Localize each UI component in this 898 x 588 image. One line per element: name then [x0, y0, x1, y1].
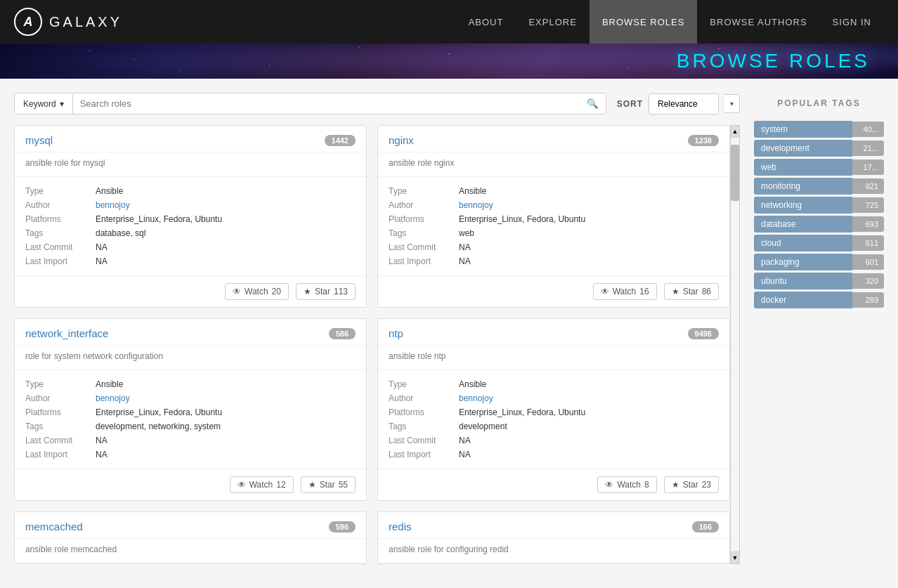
role-desc-nginx: ansible role nginx [378, 152, 729, 177]
value-type-mysql: Ansible [96, 186, 123, 196]
roles-grid: mysql 1442 ansible role for mysql Type A… [14, 125, 730, 564]
role-card-redis: redis 166 ansible role for configuring r… [377, 511, 730, 564]
detail-row: Last Import NA [25, 254, 356, 268]
watch-button-nginx[interactable]: 👁 Watch 16 [593, 283, 657, 300]
tag-item-networking[interactable]: networking 725 [754, 197, 884, 214]
value-commit-ni: NA [96, 436, 108, 445]
role-score-ntp: 9496 [688, 328, 719, 339]
star-icon: ★ [304, 287, 311, 296]
scroll-up-button[interactable]: ▲ [731, 126, 739, 138]
sort-wrapper: SORT RelevanceNameDownloadsStarsForks ▾ [617, 93, 740, 115]
detail-row: Type Ansible [25, 184, 356, 198]
label-type: Type [389, 186, 459, 196]
tag-item-packaging[interactable]: packaging 601 [754, 254, 884, 270]
watch-button-network-interface[interactable]: 👁 Watch 12 [230, 476, 294, 493]
role-card-nginx: nginx 1238 ansible role nginx Type Ansib… [377, 125, 730, 308]
tag-item-ubuntu[interactable]: ubuntu 320 [754, 273, 884, 289]
tag-item-database[interactable]: database 693 [754, 216, 884, 233]
value-import-nginx: NA [459, 256, 471, 266]
value-author-mysql[interactable]: bennojoy [96, 200, 130, 210]
nav-browse-roles[interactable]: BROWSE ROLES [590, 0, 697, 44]
star-button-ntp[interactable]: ★ Star 23 [664, 476, 719, 493]
tag-label-monitoring: monitoring [754, 178, 852, 195]
keyword-dropdown[interactable]: Keyword ▾ [15, 94, 73, 114]
value-author-ni[interactable]: bennojoy [96, 393, 130, 403]
tag-item-development[interactable]: development 21... [754, 140, 884, 157]
search-input[interactable] [73, 93, 580, 114]
watch-label: Watch [249, 480, 273, 490]
sidebar-title: POPULAR TAGS [754, 93, 884, 114]
nav-about[interactable]: ABOUT [456, 0, 516, 44]
role-card-mysql: mysql 1442 ansible role for mysql Type A… [14, 125, 367, 308]
nav-sign-in[interactable]: SIGN IN [820, 0, 884, 44]
detail-row: Last Import NA [389, 254, 719, 268]
hero-title: BROWSE ROLES [677, 50, 870, 72]
watch-button-mysql[interactable]: 👁 Watch 20 [225, 283, 289, 300]
role-details-nginx: Type Ansible Author bennojoy Platforms E… [378, 177, 729, 275]
tag-item-monitoring[interactable]: monitoring 821 [754, 178, 884, 195]
sort-arrow-button[interactable]: ▾ [724, 94, 740, 113]
detail-row: Last Import NA [389, 447, 719, 462]
nav-explore[interactable]: EXPLORE [516, 0, 589, 44]
sort-label: SORT [617, 99, 643, 109]
value-author-ntp[interactable]: bennojoy [459, 393, 493, 403]
tag-label-ubuntu: ubuntu [754, 273, 852, 289]
value-tags-ni: development, networking, system [96, 422, 221, 431]
value-type-nginx: Ansible [459, 186, 486, 196]
tag-item-docker[interactable]: docker 289 [754, 292, 884, 308]
roles-column-right: nginx 1238 ansible role nginx Type Ansib… [377, 125, 730, 564]
role-name-mysql[interactable]: mysql [25, 134, 53, 146]
star-count-mysql: 113 [334, 287, 348, 296]
scroll-down-button[interactable]: ▼ [731, 551, 739, 563]
tag-count-web: 17... [852, 159, 884, 175]
tag-label-database: database [754, 216, 852, 233]
value-tags-ntp: development [459, 422, 507, 431]
tag-label-system: system [754, 121, 852, 138]
detail-row: Platforms Enterprise_Linux, Fedora, Ubun… [25, 212, 356, 226]
label-last-commit: Last Commit [389, 436, 459, 445]
detail-row: Last Import NA [25, 447, 356, 462]
role-name-redis[interactable]: redis [389, 521, 412, 533]
eye-icon: 👁 [233, 287, 241, 296]
value-author-nginx[interactable]: bennojoy [459, 200, 493, 210]
tag-label-cloud: cloud [754, 235, 852, 251]
tag-count-development: 21... [852, 141, 884, 156]
star-count-ntp: 23 [702, 480, 711, 490]
tag-item-system[interactable]: system 40... [754, 121, 884, 138]
watch-label: Watch [613, 287, 637, 296]
role-name-ntp[interactable]: ntp [389, 327, 403, 339]
role-card-ntp: ntp 9496 ansible role ntp Type Ansible [377, 318, 730, 501]
label-platforms: Platforms [389, 214, 459, 224]
watch-label: Watch [617, 480, 641, 490]
role-name-network-interface[interactable]: network_interface [25, 327, 108, 339]
label-author: Author [25, 200, 96, 210]
nav-browse-authors[interactable]: BROWSE AUTHORS [697, 0, 819, 44]
star-label: Star [315, 287, 330, 296]
role-score-network-interface: 586 [329, 328, 356, 339]
label-last-import: Last Import [25, 450, 96, 459]
scrollbar[interactable]: ▲ ▼ [730, 125, 740, 564]
search-wrapper: Keyword ▾ 🔍 [14, 93, 606, 115]
eye-icon: 👁 [601, 287, 609, 296]
sort-select[interactable]: RelevanceNameDownloadsStarsForks [649, 93, 719, 115]
tag-item-cloud[interactable]: cloud 611 [754, 235, 884, 251]
role-details-ntp: Type Ansible Author bennojoy Platforms E… [378, 370, 729, 469]
role-footer-mysql: 👁 Watch 20 ★ Star 113 [15, 275, 366, 307]
label-platforms: Platforms [25, 407, 96, 417]
brand-logo-link[interactable]: A GALAXY [14, 8, 122, 36]
watch-button-ntp[interactable]: 👁 Watch 8 [597, 476, 656, 493]
star-icon: ★ [672, 287, 679, 296]
star-button-network-interface[interactable]: ★ Star 55 [301, 476, 356, 493]
scroll-thumb[interactable] [731, 145, 739, 201]
role-name-nginx[interactable]: nginx [389, 134, 414, 146]
value-commit-nginx: NA [459, 242, 471, 252]
star-button-nginx[interactable]: ★ Star 86 [664, 283, 719, 300]
star-icon: ★ [308, 480, 316, 490]
role-footer-nginx: 👁 Watch 16 ★ Star 86 [378, 275, 729, 307]
roles-columns: mysql 1442 ansible role for mysql Type A… [14, 125, 730, 564]
tag-item-web[interactable]: web 17... [754, 159, 884, 176]
label-tags: Tags [389, 422, 459, 431]
search-button[interactable]: 🔍 [580, 93, 606, 114]
role-name-memcached[interactable]: memcached [25, 521, 83, 533]
star-button-mysql[interactable]: ★ Star 113 [296, 283, 356, 300]
